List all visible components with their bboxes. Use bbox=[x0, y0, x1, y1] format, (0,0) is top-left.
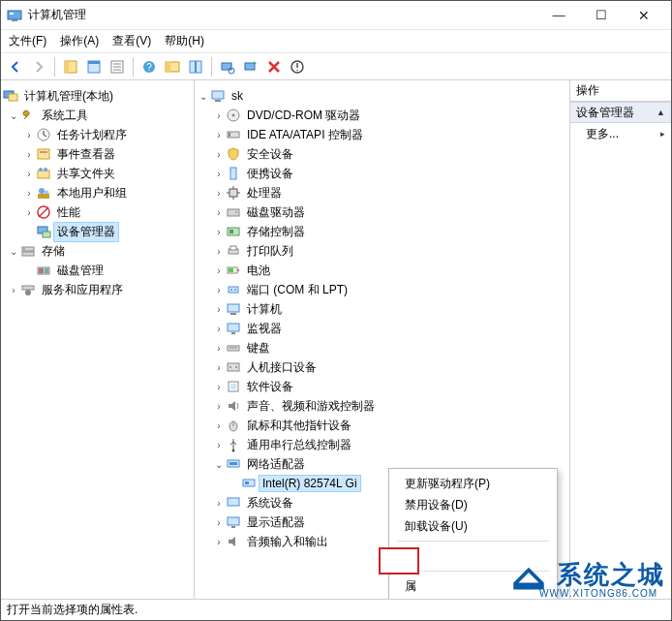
export-button[interactable] bbox=[107, 56, 128, 78]
maximize-button[interactable]: ☐ bbox=[580, 2, 623, 29]
display-adapter-icon bbox=[226, 514, 241, 530]
menu-file[interactable]: 文件(F) bbox=[9, 33, 46, 49]
svg-point-75 bbox=[229, 366, 231, 368]
back-button[interactable] bbox=[5, 56, 26, 78]
tree-storage[interactable]: ⌄ 存储 bbox=[1, 241, 194, 261]
svg-rect-59 bbox=[229, 230, 233, 233]
device-category-disk-drives[interactable]: ›磁盘驱动器 bbox=[195, 202, 569, 222]
svg-rect-74 bbox=[228, 363, 239, 371]
pc-icon bbox=[226, 301, 241, 317]
device-category-sound[interactable]: ›声音、视频和游戏控制器 bbox=[195, 396, 569, 416]
minimize-button[interactable]: — bbox=[537, 2, 580, 29]
performance-icon bbox=[36, 204, 51, 220]
svg-rect-41 bbox=[45, 268, 48, 273]
device-category-monitors[interactable]: ›监视器 bbox=[195, 319, 569, 338]
users-icon bbox=[36, 185, 51, 201]
close-button[interactable]: ✕ bbox=[623, 2, 665, 29]
show-hide-tree-button[interactable] bbox=[60, 56, 81, 78]
system-device-icon bbox=[226, 495, 241, 511]
portable-icon bbox=[226, 166, 241, 181]
svg-rect-4 bbox=[65, 61, 69, 73]
context-update-driver[interactable]: 更新驱动程序(P) bbox=[391, 473, 555, 494]
device-category-usb[interactable]: ›通用串行总线控制器 bbox=[195, 435, 569, 454]
toolbar-separator bbox=[54, 57, 55, 77]
tree-root-computer-management[interactable]: 计算机管理(本地) bbox=[1, 86, 194, 106]
device-category-software-devices[interactable]: ›软件设备 bbox=[195, 377, 569, 396]
view-button[interactable] bbox=[162, 56, 183, 78]
svg-rect-70 bbox=[228, 324, 239, 331]
update-driver-button[interactable] bbox=[240, 56, 261, 78]
toolbar: ? bbox=[1, 53, 671, 80]
device-category-portable[interactable]: ›便携设备 bbox=[195, 164, 569, 183]
device-category-cpu[interactable]: ›处理器 bbox=[195, 183, 569, 202]
app-icon bbox=[7, 8, 22, 23]
storage-controller-icon bbox=[226, 224, 241, 239]
tree-task-scheduler[interactable]: › 任务计划程序 bbox=[1, 125, 194, 144]
forward-button[interactable] bbox=[28, 56, 49, 78]
shield-icon bbox=[226, 146, 241, 162]
svg-point-67 bbox=[234, 289, 236, 291]
collapse-arrow-icon[interactable]: › bbox=[22, 128, 36, 141]
svg-line-33 bbox=[39, 207, 48, 217]
disc-icon bbox=[226, 108, 241, 123]
actions-more[interactable]: 更多... ▸ bbox=[570, 123, 671, 144]
help-button[interactable]: ? bbox=[138, 56, 160, 78]
status-text: 打开当前选择项的属性表. bbox=[7, 602, 137, 618]
device-category-ports[interactable]: ›端口 (COM 和 LPT) bbox=[195, 280, 569, 299]
menu-action[interactable]: 操作(A) bbox=[60, 33, 99, 49]
device-category-mice[interactable]: ›鼠标和其他指针设备 bbox=[195, 416, 569, 435]
actions-section[interactable]: 设备管理器 ▲ bbox=[570, 102, 671, 123]
device-category-storage-controllers[interactable]: ›存储控制器 bbox=[195, 222, 569, 241]
tree-device-manager[interactable]: 设备管理器 bbox=[1, 222, 194, 241]
event-viewer-icon bbox=[36, 146, 51, 162]
device-category-security[interactable]: ›安全设备 bbox=[195, 144, 569, 164]
keyboard-icon bbox=[226, 340, 241, 356]
svg-rect-0 bbox=[8, 11, 21, 19]
menu-help[interactable]: 帮助(H) bbox=[165, 33, 204, 49]
context-properties[interactable]: 属 bbox=[391, 575, 555, 597]
device-tree-pane: ⌄ sk ›DVD/CD-ROM 驱动器 ›IDE ATA/ATAPI 控制器 … bbox=[195, 80, 570, 599]
cpu-icon bbox=[226, 185, 241, 201]
uninstall-device-button[interactable] bbox=[287, 56, 308, 78]
device-category-keyboards[interactable]: ›键盘 bbox=[195, 338, 569, 357]
svg-rect-40 bbox=[39, 268, 44, 273]
tree-system-tools[interactable]: ⌄ 系统工具 bbox=[1, 106, 194, 125]
tree-shared-folders[interactable]: › 共享文件夹 bbox=[1, 164, 194, 183]
computer-management-icon bbox=[3, 88, 18, 104]
svg-rect-24 bbox=[38, 149, 49, 159]
expand-arrow-icon[interactable]: ⌄ bbox=[7, 109, 20, 122]
svg-rect-42 bbox=[22, 286, 34, 290]
refresh-button[interactable] bbox=[185, 56, 206, 78]
tree-local-users[interactable]: › 本地用户和组 bbox=[1, 183, 194, 202]
tree-performance[interactable]: › 性能 bbox=[1, 202, 194, 222]
device-category-batteries[interactable]: ›电池 bbox=[195, 261, 569, 280]
svg-rect-49 bbox=[229, 133, 230, 137]
device-root[interactable]: ⌄ sk bbox=[195, 86, 569, 106]
device-category-print-queues[interactable]: ›打印队列 bbox=[195, 241, 569, 261]
tree-event-viewer[interactable]: › 事件查看器 bbox=[1, 144, 194, 164]
tree-disk-management[interactable]: 磁盘管理 bbox=[1, 261, 194, 280]
actions-pane: 操作 设备管理器 ▲ 更多... ▸ bbox=[570, 80, 671, 599]
nic-icon bbox=[241, 476, 257, 491]
device-category-dvd[interactable]: ›DVD/CD-ROM 驱动器 bbox=[195, 106, 569, 125]
device-category-hid[interactable]: ›人机接口设备 bbox=[195, 357, 569, 377]
context-disable-device[interactable]: 禁用设备(D) bbox=[391, 494, 555, 515]
computer-icon bbox=[210, 88, 226, 104]
properties-button[interactable] bbox=[83, 56, 105, 78]
highlighted-button-partial[interactable] bbox=[379, 547, 419, 574]
svg-rect-22 bbox=[9, 94, 17, 101]
hdd-icon bbox=[226, 204, 241, 220]
wrench-icon bbox=[20, 108, 36, 123]
device-category-computer[interactable]: ›计算机 bbox=[195, 299, 569, 319]
svg-rect-37 bbox=[22, 252, 34, 256]
svg-rect-56 bbox=[228, 209, 239, 216]
scan-hardware-button[interactable] bbox=[217, 56, 238, 78]
ide-icon bbox=[226, 127, 241, 142]
context-uninstall-device[interactable]: 卸载设备(U) bbox=[391, 515, 555, 537]
disable-device-button[interactable] bbox=[263, 56, 285, 78]
svg-rect-87 bbox=[228, 517, 239, 525]
device-category-ide[interactable]: ›IDE ATA/ATAPI 控制器 bbox=[195, 125, 569, 144]
tree-services-apps[interactable]: › 服务和应用程序 bbox=[1, 280, 194, 299]
toolbar-separator bbox=[211, 57, 212, 77]
menu-view[interactable]: 查看(V) bbox=[112, 33, 151, 49]
